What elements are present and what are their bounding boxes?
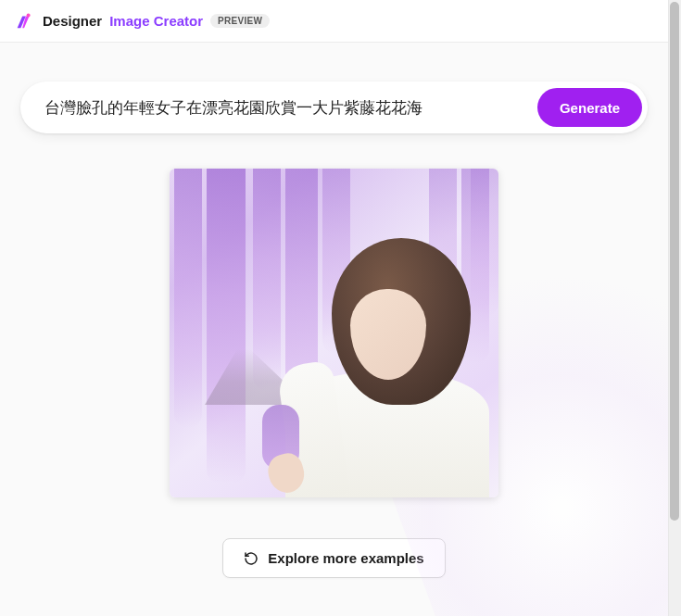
generate-button[interactable]: Generate — [537, 88, 642, 127]
app-subtitle: Image Creator — [109, 13, 203, 29]
refresh-icon — [244, 551, 259, 566]
scrollbar-track[interactable] — [668, 0, 681, 616]
svg-point-0 — [27, 13, 31, 17]
prompt-input[interactable] — [44, 98, 526, 117]
image-content — [170, 169, 498, 497]
explore-more-button[interactable]: Explore more examples — [222, 538, 445, 578]
explore-label: Explore more examples — [268, 550, 423, 566]
designer-icon — [13, 10, 35, 32]
generated-image[interactable] — [170, 169, 498, 497]
main-content: Generate — [0, 43, 668, 578]
preview-badge: PREVIEW — [210, 14, 270, 28]
prompt-bar: Generate — [20, 82, 648, 133]
app-header: Designer Image Creator PREVIEW — [0, 0, 668, 43]
app-name: Designer — [43, 13, 102, 29]
scrollbar-thumb[interactable] — [670, 2, 679, 521]
